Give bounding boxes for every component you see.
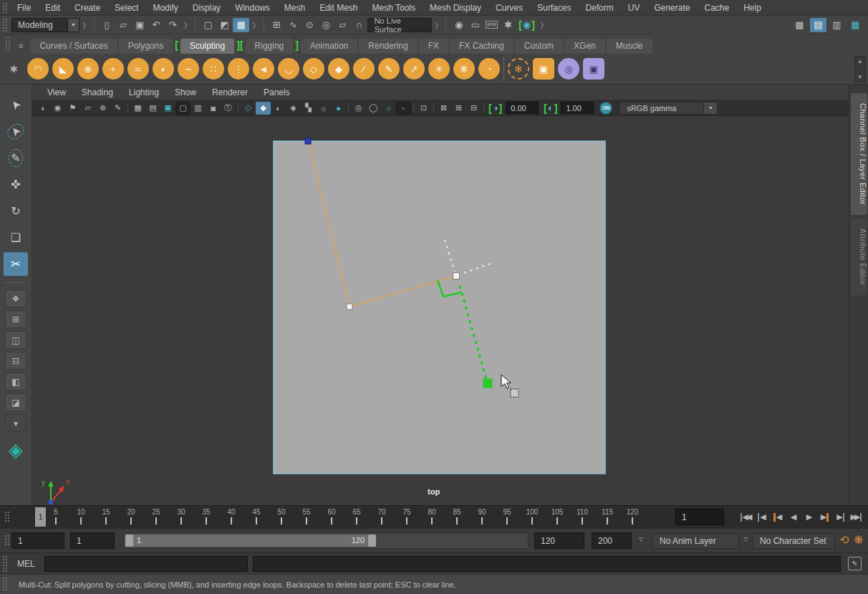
rotate-tool-icon[interactable]: ↻ [4, 199, 28, 223]
isolate-select-icon[interactable]: ⊠ [436, 102, 451, 115]
tab-attribute-editor[interactable]: Attribute Editor [851, 219, 867, 295]
menu-item[interactable]: Cache [697, 3, 736, 13]
separator[interactable] [431, 102, 436, 115]
group-collapser[interactable]: ❭ [434, 21, 440, 29]
snap-view-plane-icon[interactable]: ▱ [334, 18, 351, 32]
workspace-layers-icon[interactable]: ▦ [847, 18, 864, 32]
field-chart-icon[interactable]: ▥ [191, 102, 206, 115]
separator[interactable] [346, 102, 351, 115]
foamy-tool-icon[interactable]: ∼ [178, 58, 199, 80]
render-view-icon[interactable]: ◉ [450, 18, 467, 32]
new-scene-icon[interactable]: ▯ [99, 18, 115, 32]
command-language-toggle[interactable]: MEL [17, 559, 35, 569]
range-slider[interactable]: 1 120 [123, 532, 529, 549]
panel-menu-item[interactable]: Lighting [121, 87, 167, 97]
overlapping-circles-icon[interactable]: ◎ [558, 58, 579, 80]
vertical-split-layout-button[interactable]: ◧ [5, 373, 26, 391]
tab-rendering[interactable]: Rendering [359, 39, 417, 54]
textured-mode-icon[interactable]: ◐ [271, 102, 286, 115]
menu-item[interactable]: Surfaces [530, 3, 578, 13]
select-tool-icon[interactable]: ➤ [4, 93, 28, 117]
play-backwards-button[interactable]: ◀ [786, 508, 800, 526]
group-collapser[interactable]: ❭ [251, 21, 257, 29]
step-forward-key-button[interactable]: ▶ [818, 508, 831, 526]
isolate-selected-icon[interactable]: ⊞ [451, 102, 466, 115]
snap-grid-icon[interactable]: ⊞ [269, 18, 285, 32]
tab-rigging[interactable]: Rigging [246, 39, 294, 54]
anim-layer-selector[interactable]: No Anim Layer [652, 533, 739, 549]
menu-item[interactable]: Edit [38, 3, 67, 13]
contrast-field[interactable]: 1.00 [561, 102, 594, 114]
color-management-toggle[interactable]: ON [599, 102, 612, 115]
shelf-menu-icon[interactable]: ≡ [19, 42, 23, 50]
menu-item[interactable]: Generate [647, 3, 697, 13]
resolution-gate-icon[interactable]: ▣ [160, 102, 175, 115]
knife-tool-icon[interactable]: ∕ [353, 58, 375, 80]
save-scene-icon[interactable]: ▣ [132, 18, 148, 32]
bulge-tool-icon[interactable]: ↗ [403, 58, 425, 80]
hypergraph-layout-button[interactable]: ◪ [5, 393, 26, 411]
redo-icon[interactable]: ↷ [165, 18, 181, 32]
green-bracket[interactable]: ] [294, 37, 299, 54]
panel-menu-item[interactable]: Panels [256, 87, 298, 97]
freeze-tool-icon[interactable]: ✻ [453, 58, 475, 80]
camera-select-icon[interactable]: ◉ [50, 102, 65, 115]
menu-item[interactable]: Curves [488, 3, 530, 13]
current-time-field[interactable]: 1 [675, 509, 724, 525]
snap-curve-icon[interactable]: ∿ [285, 18, 302, 32]
chevron-down-icon[interactable]: ▽ [743, 536, 748, 542]
repeat-tool-icon[interactable]: ⋮ [228, 58, 249, 80]
single-pane-layout-button[interactable]: ❖ [5, 289, 26, 307]
current-frame-marker[interactable]: 1 [35, 507, 46, 527]
grid-toggle-icon[interactable]: ▦ [130, 102, 145, 115]
tab-sculpting[interactable]: Sculpting [180, 39, 234, 54]
safe-action-icon[interactable]: ◙ [206, 102, 221, 115]
chevron-down-icon[interactable]: ▽ [639, 536, 643, 542]
drag-handle[interactable] [2, 18, 9, 32]
shadows-icon[interactable]: ● [331, 102, 346, 115]
grab-tool-icon[interactable]: + [102, 58, 124, 80]
transparency-icon[interactable]: ▪ [396, 102, 411, 115]
wax-tool-icon[interactable]: ◡ [278, 58, 299, 80]
select-object-icon[interactable]: ◩ [216, 18, 233, 32]
menu-item[interactable]: Deform [578, 3, 620, 13]
drag-handle[interactable] [2, 555, 9, 572]
menu-item[interactable]: Select [107, 3, 145, 13]
safe-title-icon[interactable]: Ⓣ [221, 102, 236, 115]
menu-item[interactable]: UV [621, 3, 647, 13]
anti-aliasing-icon[interactable]: ○ [381, 102, 396, 115]
outliner-layout-button[interactable]: ◫ [5, 331, 26, 349]
range-slider-active-bar[interactable]: 1 120 [125, 535, 376, 547]
menu-item[interactable]: File [10, 3, 38, 13]
smear-tool-icon[interactable]: ✎ [378, 58, 400, 80]
window-circles-icon[interactable]: ▣ [583, 58, 604, 80]
menu-item[interactable]: Display [185, 3, 228, 13]
sculpt-tool-icon[interactable]: ◠ [27, 58, 49, 80]
snap-projected-center-icon[interactable]: ◎ [318, 18, 334, 32]
animation-start-field[interactable]: 1 [70, 532, 115, 549]
shelf-scrollbar[interactable]: ▲ ▼ [854, 56, 866, 82]
drag-handle[interactable] [5, 37, 11, 52]
auto-keyframe-icon[interactable]: ⟲ [839, 533, 849, 547]
tab-fx[interactable]: FX [419, 39, 448, 54]
flatten-tool-icon[interactable]: ◗ [153, 58, 174, 80]
tab-fx-caching[interactable]: FX Caching [450, 39, 513, 54]
menu-item[interactable]: Modify [145, 3, 185, 13]
menuset-selector[interactable]: Modeling ▼ [11, 18, 79, 32]
film-gate-icon[interactable]: ▤ [145, 102, 160, 115]
separator[interactable] [411, 102, 416, 115]
undo-icon[interactable]: ↶ [148, 18, 165, 32]
sculpt-misc-tool-icon[interactable]: ◔ [478, 58, 500, 80]
playback-start-field[interactable]: 1 [11, 532, 64, 549]
exposure-icon[interactable]: [ ◑ ] [488, 102, 502, 114]
relax-tool-icon[interactable]: ⊕ [77, 58, 99, 80]
menu-item[interactable]: Mesh [277, 3, 312, 13]
menu-item[interactable]: Edit Mesh [312, 3, 365, 13]
go-to-end-button[interactable]: ▶▶ [849, 508, 863, 526]
tab-curves-surfaces[interactable]: Curves / Surfaces [30, 39, 117, 54]
green-bracket[interactable]: [ [174, 37, 179, 54]
modeling-toolkit-icon[interactable]: ▩ [791, 18, 808, 32]
range-start-handle[interactable] [125, 535, 133, 547]
motion-blur-icon[interactable]: ◯ [366, 102, 381, 115]
channel-box-toggle-icon[interactable]: ▤ [810, 18, 826, 32]
